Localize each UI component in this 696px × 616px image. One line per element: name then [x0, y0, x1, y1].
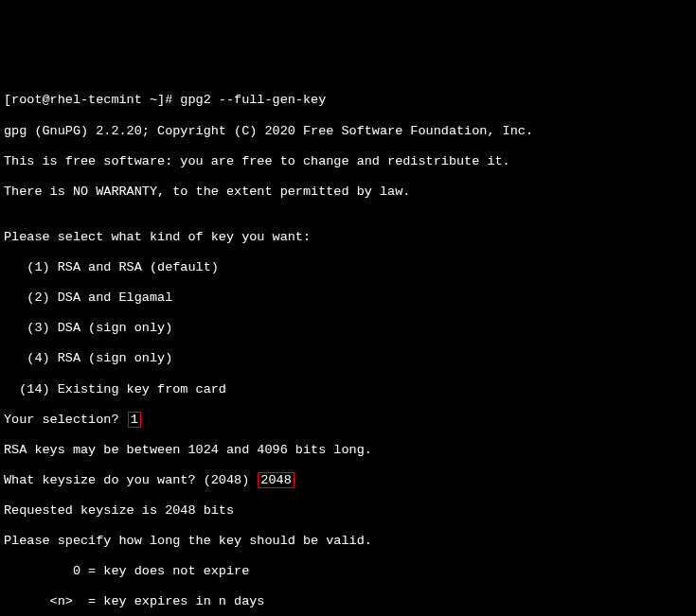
user-input-selection[interactable]: 1	[128, 412, 141, 428]
terminal-line: gpg (GnuPG) 2.2.20; Copyright (C) 2020 F…	[4, 124, 692, 139]
terminal-line: <n> = key expires in n days	[4, 594, 692, 609]
terminal-line: RSA keys may be between 1024 and 4096 bi…	[4, 443, 692, 458]
prompt-text: Your selection?	[4, 413, 127, 427]
terminal-line: [root@rhel-tecmint ~]# gpg2 --full-gen-k…	[4, 93, 692, 108]
terminal-line: (3) DSA (sign only)	[4, 321, 692, 336]
terminal-line: There is NO WARRANTY, to the extent perm…	[4, 185, 692, 200]
user-command[interactable]: gpg2 --full-gen-key	[180, 93, 326, 107]
terminal-line: (4) RSA (sign only)	[4, 351, 692, 366]
terminal-output: [root@rhel-tecmint ~]# gpg2 --full-gen-k…	[0, 76, 696, 616]
prompt-text: What keysize do you want? (2048)	[4, 473, 257, 487]
terminal-line: 0 = key does not expire	[4, 564, 692, 579]
shell-prompt: [root@rhel-tecmint ~]#	[4, 93, 180, 107]
terminal-line: Requested keysize is 2048 bits	[4, 503, 692, 519]
terminal-line: Please specify how long the key should b…	[4, 534, 692, 549]
terminal-line: (2) DSA and Elgamal	[4, 290, 692, 306]
terminal-line: Please select what kind of key you want:	[4, 230, 692, 245]
terminal-line: (1) RSA and RSA (default)	[4, 260, 692, 275]
terminal-line: This is free software: you are free to c…	[4, 154, 692, 169]
terminal-line: Your selection? 1	[4, 413, 692, 428]
terminal-line: (14) Existing key from card	[4, 382, 692, 397]
terminal-line: What keysize do you want? (2048) 2048	[4, 473, 692, 488]
user-input-keysize[interactable]: 2048	[258, 472, 294, 488]
